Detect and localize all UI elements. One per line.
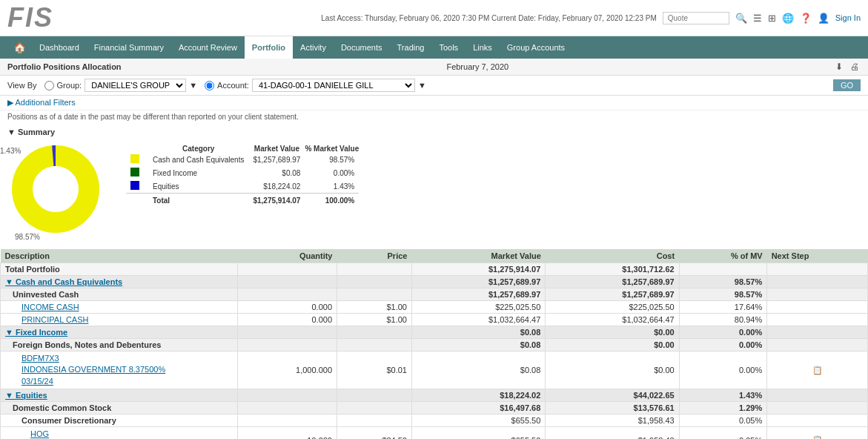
print-icon[interactable]: 🖨 — [849, 62, 861, 72]
legend-mv-eq: $18,224.02 — [248, 179, 305, 194]
nav-activity[interactable]: Activity — [293, 36, 334, 59]
cell-cost: $44,022.65 — [546, 389, 679, 402]
legend-color-fi — [126, 166, 148, 179]
account-select[interactable]: 41-DAG0-00-1 DANIELLE GILL — [252, 79, 415, 92]
nav-group-accounts[interactable]: Group Accounts — [500, 36, 572, 59]
cell-price: $1.00 — [337, 314, 412, 326]
cell-mv: $1,032,664.47 — [411, 314, 545, 326]
help-icon[interactable]: ❓ — [800, 13, 812, 24]
cell-next — [767, 389, 868, 402]
cell-qty: 0.000 — [238, 314, 337, 326]
cell-mv: $18,224.02 — [411, 389, 545, 402]
cell-pct: 98.57% — [679, 276, 767, 288]
col-cost: Cost — [546, 249, 679, 263]
cell-cost: $1,257,689.97 — [546, 288, 679, 301]
nav-account-review[interactable]: Account Review — [171, 36, 245, 59]
legend-total-row: Total $1,275,914.07 100.00% — [126, 194, 359, 207]
cell-pct: 0.05% — [679, 427, 767, 439]
legend-name-fi: Fixed Income — [148, 166, 248, 179]
legend-pct-cash: 98.57% — [305, 153, 359, 166]
legend-col-name: Category — [148, 145, 248, 153]
table-row: PRINCIPAL CASH 0.000 $1.00 $1,032,664.47… — [1, 314, 868, 326]
cell-pct: 98.57% — [679, 288, 767, 301]
group-label: Group: — [57, 81, 82, 90]
nav-links[interactable]: Links — [466, 36, 500, 59]
page-header-icons: ⬇ 🖨 — [834, 62, 861, 72]
legend-col-pct: % Market Value — [305, 145, 359, 153]
cell-pct: 17.64% — [679, 301, 767, 314]
cell-qty — [238, 263, 337, 276]
legend-total-mv: $1,275,914.07 — [248, 194, 305, 207]
cell-desc[interactable]: PRINCIPAL CASH — [1, 314, 238, 326]
account-radio[interactable] — [205, 81, 214, 90]
legend-color-cash — [126, 153, 148, 166]
cell-desc[interactable]: BDFM7X3 INDONESIA GOVERNMENT 8.37500% 03… — [1, 351, 238, 389]
nav-financial-summary[interactable]: Financial Summary — [87, 36, 171, 59]
download-icon[interactable]: ⬇ — [834, 62, 844, 72]
menu-icon[interactable]: ☰ — [753, 13, 762, 24]
cell-price — [337, 339, 412, 351]
nav-portfolio[interactable]: Portfolio — [245, 36, 293, 59]
legend-name-cash: Cash and Cash Equivalents — [148, 153, 248, 166]
additional-filters[interactable]: ▶ Additional Filters — [0, 96, 868, 110]
account-label: Account: — [217, 81, 249, 90]
cell-next[interactable]: 📋 — [767, 351, 868, 389]
cell-cost: $1,257,689.97 — [546, 276, 679, 288]
cell-next[interactable]: 📋 — [767, 427, 868, 439]
table-wrapper: Description Quantity Price Market Value … — [0, 249, 868, 439]
group-dropdown-arrow: ▼ — [189, 81, 197, 90]
home-icon[interactable]: 🏠 — [7, 42, 32, 53]
cell-price — [337, 288, 412, 301]
cell-price — [337, 326, 412, 339]
group-select[interactable]: DANIELLE'S GROUP — [85, 79, 186, 92]
cell-desc[interactable]: ▼ Fixed Income — [1, 326, 238, 339]
cell-desc: Consumer Discretionary — [1, 415, 238, 427]
legend-row: Equities $18,224.02 1.43% — [126, 179, 359, 194]
sign-in-link[interactable]: Sign In — [835, 13, 861, 22]
cell-qty — [238, 402, 337, 415]
cell-desc[interactable]: ▼ Equities — [1, 389, 238, 402]
legend-row: Cash and Cash Equivalents $1,257,689.97 … — [126, 153, 359, 166]
summary-title[interactable]: ▼ Summary — [7, 128, 861, 136]
cell-desc[interactable]: HOG HARLEY DAVIDSON — [1, 427, 238, 439]
col-description: Description — [1, 249, 238, 263]
cell-price — [337, 263, 412, 276]
cell-price — [337, 389, 412, 402]
cell-cost: $1,958.43 — [546, 427, 679, 439]
cell-mv: $1,257,689.97 — [411, 288, 545, 301]
security-id: BDFM7X3 — [21, 354, 59, 363]
cell-price: $34.50 — [337, 427, 412, 439]
nav-documents[interactable]: Documents — [334, 36, 390, 59]
nav-dashboard[interactable]: Dashboard — [32, 36, 87, 59]
cell-qty — [238, 339, 337, 351]
cell-pct: 1.29% — [679, 402, 767, 415]
group-radio[interactable] — [44, 81, 54, 90]
positions-table: Description Quantity Price Market Value … — [0, 249, 868, 439]
legend-name-eq: Equities — [148, 179, 248, 194]
cell-qty: 1,000.000 — [238, 351, 337, 389]
cell-price: $1.00 — [337, 301, 412, 314]
cell-price: $0.01 — [337, 351, 412, 389]
search-icon[interactable]: 🔍 — [735, 13, 747, 24]
nav-trading[interactable]: Trading — [390, 36, 432, 59]
cell-next — [767, 326, 868, 339]
cell-pct: 0.00% — [679, 351, 767, 389]
cell-pct: 80.94% — [679, 314, 767, 326]
nav-tools[interactable]: Tools — [431, 36, 466, 59]
user-icon[interactable]: 👤 — [818, 13, 829, 24]
quote-input[interactable] — [663, 12, 729, 24]
logo-text: FIS — [7, 4, 53, 31]
go-button[interactable]: GO — [833, 79, 861, 91]
cell-price — [337, 415, 412, 427]
legend-mv-cash: $1,257,689.97 — [248, 153, 305, 166]
cell-pct: 0.05% — [679, 415, 767, 427]
col-quantity: Quantity — [238, 249, 337, 263]
grid-icon[interactable]: ⊞ — [768, 13, 776, 24]
cell-desc[interactable]: INCOME CASH — [1, 301, 238, 314]
cell-desc[interactable]: ▼ Cash and Cash Equivalents — [1, 276, 238, 288]
cell-cost: $225,025.50 — [546, 301, 679, 314]
globe-icon[interactable]: 🌐 — [782, 13, 794, 24]
cell-mv: $1,257,689.97 — [411, 276, 545, 288]
cell-next — [767, 276, 868, 288]
cell-cost: $1,958.43 — [546, 415, 679, 427]
